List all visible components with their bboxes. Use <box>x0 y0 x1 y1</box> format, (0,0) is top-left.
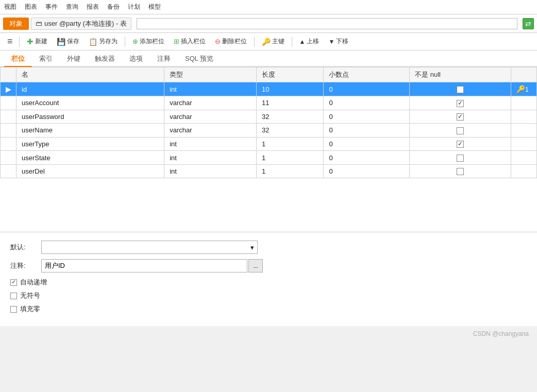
tab-foreign-keys[interactable]: 外键 <box>60 52 88 67</box>
save-button[interactable]: 💾 保存 <box>53 36 83 47</box>
table-row[interactable]: userPasswordvarchar320 <box>1 110 537 124</box>
delete-col-button[interactable]: ⊖ 删除栏位 <box>211 36 251 47</box>
separator-1 <box>19 37 20 47</box>
col-length[interactable]: 1 <box>256 137 324 151</box>
col-name[interactable]: userName <box>16 124 164 138</box>
col-type[interactable]: varchar <box>164 110 257 124</box>
col-not-null[interactable] <box>410 82 511 96</box>
zerofill-checkbox[interactable] <box>10 306 17 313</box>
col-decimal[interactable]: 0 <box>324 124 410 138</box>
tab-options[interactable]: 选项 <box>122 52 150 67</box>
col-type[interactable]: varchar <box>164 96 257 110</box>
col-name[interactable]: userState <box>16 151 164 165</box>
tab-indexes[interactable]: 索引 <box>32 52 60 67</box>
unsigned-checkbox[interactable] <box>10 293 17 299</box>
col-name[interactable]: userAccount <box>16 96 164 110</box>
insert-col-button[interactable]: ⊞ 插入栏位 <box>170 36 210 47</box>
table-row[interactable]: userDelint10 <box>1 164 537 178</box>
col-decimal[interactable]: 0 <box>324 164 410 178</box>
col-decimal[interactable]: 0 <box>324 96 410 110</box>
table-row[interactable]: userTypeint10 <box>1 137 537 151</box>
col-type[interactable]: int <box>164 164 257 178</box>
key-label: 1 <box>525 86 529 93</box>
col-name[interactable]: userDel <box>16 164 164 178</box>
move-down-button[interactable]: ▼ 下移 <box>324 36 353 47</box>
col-length[interactable]: 11 <box>256 96 324 110</box>
col-length[interactable]: 10 <box>256 82 324 96</box>
col-name[interactable]: userType <box>16 137 164 151</box>
col-name-header: 名 <box>16 67 164 82</box>
save-as-button[interactable]: 📋 另存为 <box>85 36 122 47</box>
save-as-icon: 📋 <box>89 38 97 46</box>
default-field-row: 默认: ▾ <box>10 241 527 254</box>
menu-item-model[interactable]: 模型 <box>148 3 161 11</box>
col-length-header: 长度 <box>256 67 324 82</box>
table-wrapper: 名 类型 长度 小数点 不是 null ▶idint100🔑1userAccou… <box>0 67 537 232</box>
search-input[interactable] <box>137 18 517 29</box>
tab-comments[interactable]: 注释 <box>150 52 178 67</box>
col-notnull-header: 不是 null <box>410 67 511 82</box>
row-indicator <box>1 124 16 138</box>
menu-item-view[interactable]: 视图 <box>4 3 16 11</box>
col-type-header: 类型 <box>164 67 257 82</box>
col-type[interactable]: int <box>164 137 257 151</box>
tab-columns[interactable]: 栏位 <box>4 52 32 67</box>
table-row[interactable]: ▶idint100🔑1 <box>1 82 537 96</box>
col-length[interactable]: 1 <box>256 151 324 165</box>
default-dropdown[interactable]: ▾ <box>41 241 258 254</box>
hamburger-icon[interactable]: ≡ <box>4 35 16 48</box>
col-type[interactable]: int <box>164 151 257 165</box>
col-decimal[interactable]: 0 <box>324 137 410 151</box>
col-key <box>511 124 537 138</box>
col-name[interactable]: id <box>16 82 164 96</box>
dropdown-arrow-icon: ▾ <box>250 244 254 251</box>
col-not-null[interactable] <box>410 124 511 138</box>
connect-icon[interactable]: ⇄ <box>523 18 534 29</box>
col-name[interactable]: userPassword <box>16 110 164 124</box>
menu-item-backup[interactable]: 备份 <box>107 3 120 11</box>
col-not-null[interactable] <box>410 110 511 124</box>
top-menu-bar: 视图 图表 事件 查询 报表 备份 计划 模型 <box>0 0 537 14</box>
table-icon: 🗃 <box>36 20 42 27</box>
tab-triggers[interactable]: 触发器 <box>88 52 122 67</box>
object-button[interactable]: 对象 <box>3 18 29 30</box>
col-type[interactable]: varchar <box>164 124 257 138</box>
table-row[interactable]: userStateint10 <box>1 151 537 165</box>
row-indicator <box>1 151 16 165</box>
up-arrow-icon: ▲ <box>299 38 306 45</box>
menu-item-report[interactable]: 报表 <box>87 3 99 11</box>
col-type[interactable]: int <box>164 82 257 96</box>
key-icon: 🔑 <box>262 38 271 46</box>
col-length[interactable]: 32 <box>256 110 324 124</box>
menu-item-event[interactable]: 事件 <box>45 3 58 11</box>
col-not-null[interactable] <box>410 96 511 110</box>
menu-item-query[interactable]: 查询 <box>66 3 78 11</box>
row-indicator <box>1 164 16 178</box>
table-row[interactable]: userNamevarchar320 <box>1 124 537 138</box>
col-not-null[interactable] <box>410 164 511 178</box>
col-decimal[interactable]: 0 <box>324 82 410 96</box>
table-row[interactable]: userAccountvarchar110 <box>1 96 537 110</box>
new-button[interactable]: ✚ 新建 <box>23 36 52 48</box>
move-up-button[interactable]: ▲ 上移 <box>295 36 324 47</box>
menu-item-schedule[interactable]: 计划 <box>128 3 140 11</box>
col-length[interactable]: 1 <box>256 164 324 178</box>
col-length[interactable]: 32 <box>256 124 324 138</box>
zerofill-label: 填充零 <box>20 304 40 314</box>
watermark: CSDN @changyana <box>0 326 537 339</box>
auto-increment-checkbox[interactable] <box>10 279 17 286</box>
col-not-null[interactable] <box>410 137 511 151</box>
add-col-button[interactable]: ⊕ 添加栏位 <box>128 36 169 47</box>
primary-key-icon: 🔑 <box>516 85 525 93</box>
col-decimal[interactable]: 0 <box>324 110 410 124</box>
tab-sql-preview[interactable]: SQL 预览 <box>178 52 221 67</box>
menu-item-chart[interactable]: 图表 <box>25 3 37 11</box>
dots-button[interactable]: ... <box>248 259 263 272</box>
row-indicator <box>1 137 16 151</box>
col-not-null[interactable] <box>410 151 511 165</box>
col-decimal[interactable]: 0 <box>324 151 410 165</box>
comment-input[interactable] <box>41 259 247 272</box>
primary-key-button[interactable]: 🔑 主键 <box>258 36 289 47</box>
col-key-header <box>511 67 537 82</box>
col-key <box>511 164 537 178</box>
